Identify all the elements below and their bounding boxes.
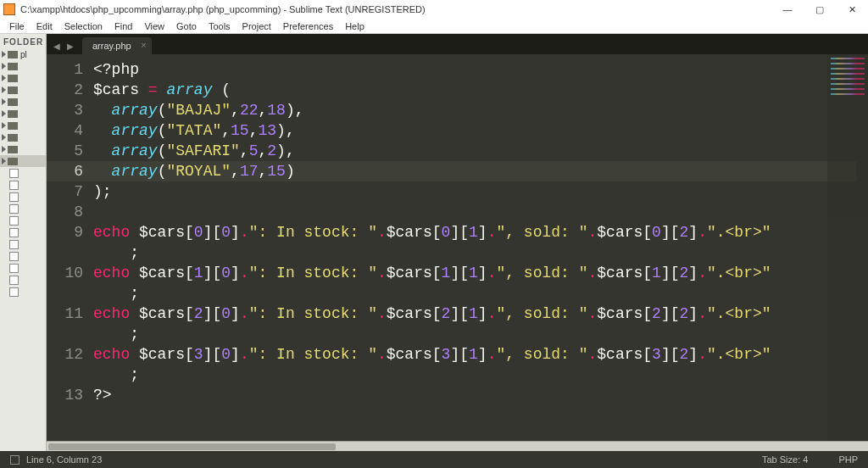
- sidebar-item[interactable]: [0, 96, 46, 108]
- status-cursor: Line 6, Column 23: [26, 454, 102, 465]
- scrollbar-thumb[interactable]: [48, 443, 336, 450]
- line-number: 7: [47, 181, 93, 202]
- minimap[interactable]: [827, 54, 868, 441]
- folder-icon: [8, 75, 18, 82]
- code-line[interactable]: <?php: [93, 59, 856, 80]
- sidebar-item[interactable]: [0, 108, 46, 120]
- menu-tools[interactable]: Tools: [203, 19, 236, 34]
- status-icon[interactable]: [10, 455, 19, 465]
- sidebar-item[interactable]: [0, 60, 46, 72]
- tab-nav-right-icon[interactable]: ▶: [64, 42, 77, 54]
- horizontal-scrollbar[interactable]: [47, 441, 868, 451]
- folder-icon: [8, 98, 18, 106]
- line-number: [47, 283, 93, 304]
- code-line[interactable]: echo $cars[2][0].": In stock: ".$cars[2]…: [93, 304, 856, 324]
- sidebar-item[interactable]: [0, 120, 46, 131]
- code-line[interactable]: ;: [93, 283, 856, 304]
- code-editor[interactable]: 12345678910111213 <?php$cars = array ( a…: [47, 54, 868, 441]
- folder-icon: [8, 110, 18, 118]
- code-line[interactable]: echo $cars[1][0].": In stock: ".$cars[1]…: [93, 263, 856, 283]
- menu-preferences[interactable]: Preferences: [277, 19, 339, 34]
- code-line[interactable]: echo $cars[0][0].": In stock: ".$cars[0]…: [93, 222, 856, 242]
- code-line[interactable]: ;: [93, 242, 856, 263]
- sidebar-item[interactable]: [0, 84, 46, 96]
- folder-icon: [8, 146, 18, 153]
- chevron-right-icon: [2, 63, 6, 70]
- file-icon: [9, 169, 19, 178]
- line-number: [47, 242, 93, 263]
- menu-view[interactable]: View: [138, 19, 170, 34]
- maximize-button[interactable]: ▢: [804, 0, 836, 19]
- chevron-right-icon: [2, 134, 6, 141]
- code-line[interactable]: array("TATA",15,13),: [93, 120, 856, 141]
- sidebar-root-folder[interactable]: pl: [0, 48, 46, 60]
- menu-goto[interactable]: Goto: [170, 19, 203, 34]
- chevron-right-icon: [2, 110, 6, 117]
- title-bar: C:\xampp\htdocs\php_upcomming\array.php …: [0, 0, 868, 19]
- file-icon: [9, 192, 19, 202]
- folder-icon: [8, 63, 18, 70]
- code-line[interactable]: array("SAFARI",5,2),: [93, 141, 856, 161]
- code-line[interactable]: ;: [93, 365, 856, 385]
- sidebar-item[interactable]: [0, 203, 46, 214]
- menu-find[interactable]: Find: [108, 19, 138, 34]
- code-line[interactable]: array("ROYAL",17,15): [93, 161, 856, 181]
- menu-file[interactable]: File: [3, 19, 31, 34]
- chevron-right-icon: [2, 75, 6, 81]
- close-icon[interactable]: ×: [141, 40, 146, 50]
- tab-label: array.php: [92, 41, 131, 51]
- sidebar-item[interactable]: [0, 214, 46, 226]
- sidebar-item[interactable]: [0, 143, 46, 155]
- tab-nav-left-icon[interactable]: ◀: [50, 42, 64, 54]
- sidebar-item[interactable]: [0, 250, 46, 262]
- line-number: [47, 365, 93, 385]
- sidebar-item[interactable]: [0, 191, 46, 203]
- code-line[interactable]: ;: [93, 324, 856, 344]
- sidebar-item[interactable]: [0, 131, 46, 143]
- sidebar-item[interactable]: [0, 262, 46, 274]
- chevron-right-icon: [2, 146, 6, 153]
- chevron-right-icon: [2, 158, 6, 164]
- line-number: 4: [47, 120, 93, 141]
- sidebar-item[interactable]: [0, 286, 46, 298]
- window-title: C:\xampp\htdocs\php_upcomming\array.php …: [20, 4, 771, 14]
- folder-icon: [8, 51, 18, 58]
- status-tabsize[interactable]: Tab Size: 4: [762, 454, 808, 465]
- sidebar-item[interactable]: [0, 179, 46, 191]
- folder-icon: [8, 134, 18, 142]
- code-line[interactable]: $cars = array (: [93, 80, 856, 100]
- sidebar-item[interactable]: [0, 72, 46, 84]
- code-line[interactable]: );: [93, 181, 856, 202]
- status-bar: Line 6, Column 23 Tab Size: 4 PHP: [0, 451, 868, 468]
- sidebar-item[interactable]: [0, 238, 46, 250]
- sidebar-item[interactable]: [0, 226, 46, 238]
- folder-icon: [8, 86, 18, 94]
- sidebar-header: FOLDER: [0, 34, 46, 48]
- sidebar-root-label: pl: [20, 50, 27, 59]
- code-line[interactable]: [93, 202, 856, 222]
- file-tab[interactable]: array.php ×: [82, 37, 152, 54]
- menu-project[interactable]: Project: [236, 19, 277, 34]
- close-button[interactable]: ✕: [836, 0, 868, 19]
- line-number-gutter: 12345678910111213: [47, 54, 93, 441]
- file-icon: [9, 287, 19, 297]
- menu-edit[interactable]: Edit: [31, 19, 58, 34]
- line-number: 12: [47, 344, 93, 365]
- sidebar-item[interactable]: [0, 155, 46, 167]
- code-text-area[interactable]: <?php$cars = array ( array("BAJAJ",22,18…: [93, 54, 856, 441]
- code-line[interactable]: ?>: [93, 385, 856, 405]
- menu-help[interactable]: Help: [339, 19, 370, 34]
- file-icon: [9, 264, 19, 273]
- folder-icon: [8, 122, 18, 130]
- sidebar-item[interactable]: [0, 167, 46, 179]
- folder-sidebar[interactable]: FOLDER pl: [0, 34, 47, 451]
- line-number: 8: [47, 202, 93, 222]
- code-line[interactable]: array("BAJAJ",22,18),: [93, 100, 856, 120]
- file-icon: [9, 228, 19, 237]
- menu-selection[interactable]: Selection: [58, 19, 108, 34]
- status-syntax[interactable]: PHP: [838, 454, 858, 465]
- sidebar-item[interactable]: [0, 274, 46, 286]
- minimize-button[interactable]: —: [771, 0, 804, 19]
- code-line[interactable]: echo $cars[3][0].": In stock: ".$cars[3]…: [93, 344, 856, 365]
- file-icon: [9, 181, 19, 190]
